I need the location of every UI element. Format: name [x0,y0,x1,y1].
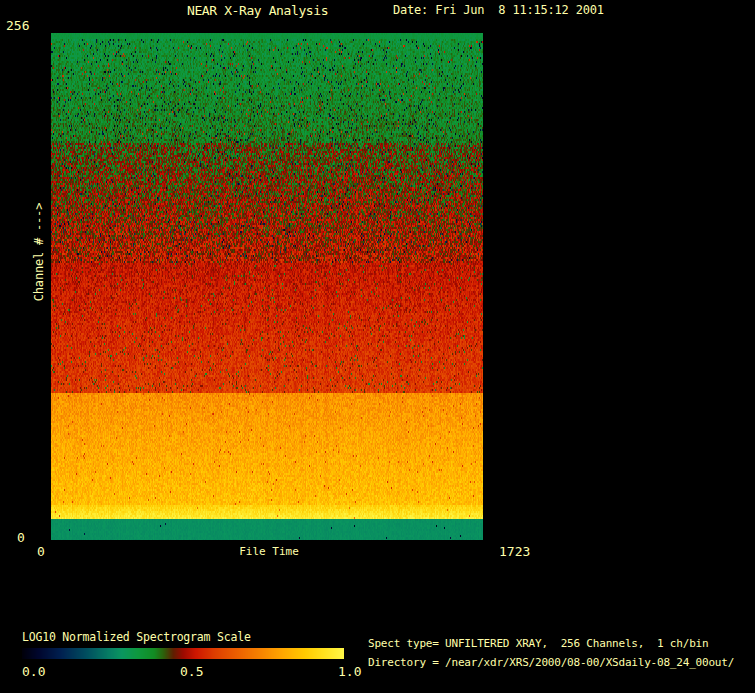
y-axis-max-tick: 256 [6,19,29,33]
x-axis-min-tick: 0 [37,545,45,559]
spect-type-label: Spect type= UNFILTERED XRAY, 256 Channel… [368,638,708,650]
colorbar-title: LOG10 Normalized Spectrogram Scale [22,631,251,644]
y-axis-min-tick: 0 [17,531,25,545]
colorbar-tick-05: 0.5 [180,665,203,679]
x-axis-title: File Time [239,546,299,558]
colorbar-gradient [22,648,344,659]
x-axis-max-tick: 1723 [499,545,530,559]
date-label: Date: Fri Jun 8 11:15:12 2001 [393,4,604,17]
plot-window: NEAR X-Ray Analysis Date: Fri Jun 8 11:1… [0,0,755,693]
colorbar-tick-1: 1.0 [338,665,361,679]
y-axis-title: Channel # ---> [33,203,46,301]
page-title: NEAR X-Ray Analysis [187,4,328,18]
spectrogram-image [51,33,483,540]
colorbar-tick-0: 0.0 [22,665,45,679]
directory-label: Directory = /near/xdr/XRS/2000/08-00/XSd… [368,657,734,669]
